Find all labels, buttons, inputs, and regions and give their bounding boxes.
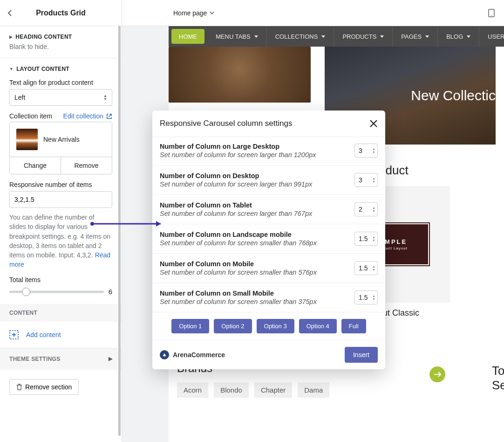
layout-content-label: LAYOUT CONTENT <box>16 66 69 72</box>
number-stepper-icon: ▲▼ <box>372 177 375 183</box>
edit-collection-text: Edit collection <box>63 112 103 120</box>
tablet-icon <box>488 9 495 17</box>
theme-settings-toggle[interactable]: THEME SETTINGS ▶ <box>0 348 122 370</box>
triangle-right-icon: ▶ <box>9 35 13 39</box>
brand-chip[interactable]: Chapter <box>254 382 292 398</box>
option-button[interactable]: Option 4 <box>299 319 337 333</box>
content-section-header: CONTENT <box>0 304 122 322</box>
modal-setting-row: Number of Column on Landscape mobile Set… <box>152 224 385 254</box>
layout-content-toggle[interactable]: ▼ LAYOUT CONTENT <box>9 66 112 72</box>
nav-blog[interactable]: BLOG <box>438 26 479 47</box>
total-items-label: Total items <box>9 276 112 283</box>
option-button[interactable]: Full <box>341 319 366 333</box>
total-items-slider[interactable] <box>9 287 104 297</box>
option-button[interactable]: Option 2 <box>214 319 252 333</box>
column-count-value: 3 <box>359 176 362 184</box>
number-stepper-icon: ▲▼ <box>372 235 375 242</box>
carousel-next-fab[interactable] <box>429 366 445 382</box>
nav-home[interactable]: HOME <box>171 29 204 44</box>
column-count-input[interactable]: 3 ▲▼ <box>354 144 378 158</box>
setting-title: Number of Column on Small Mobile <box>160 290 349 297</box>
edit-collection-link[interactable]: Edit collection <box>63 112 112 120</box>
text-align-label: Text align for product content <box>9 79 112 86</box>
hero-text: New Collectic <box>411 88 496 104</box>
column-count-input[interactable]: 1.5 ▲▼ <box>354 290 378 304</box>
heading-content-label: HEADING CONTENT <box>15 34 72 40</box>
setting-title: Number of Column on Landscape mobile <box>160 231 349 238</box>
add-content-button[interactable]: Add content <box>0 322 122 348</box>
external-link-icon <box>106 113 112 119</box>
modal-options-row: Option 1Option 2Option 3Option 4Full <box>152 312 385 340</box>
collection-item-box: New Arrivals Change Remove <box>9 122 112 174</box>
nav-pages[interactable]: PAGES <box>393 26 438 47</box>
remove-section-button[interactable]: Remove section <box>9 379 79 395</box>
chevron-left-icon <box>7 10 12 16</box>
collection-name: New Arrivals <box>43 136 80 143</box>
column-count-value: 1.5 <box>359 264 368 272</box>
chevron-down-icon <box>210 11 214 15</box>
close-icon <box>369 119 378 128</box>
brand-chip[interactable]: Acorn <box>177 382 208 398</box>
setting-subtitle: Set number of column for screen smaller … <box>160 239 349 247</box>
nav-collections[interactable]: COLLECTIONS <box>267 26 334 47</box>
column-count-input[interactable]: 3 ▲▼ <box>354 173 378 187</box>
setting-subtitle: Set number of column for screen smaller … <box>160 269 349 276</box>
setting-title: Number of Column on Large Desktop <box>160 143 349 150</box>
brand-chip[interactable]: Blondo <box>214 382 249 398</box>
number-stepper-icon: ▲▼ <box>372 147 375 154</box>
sidebar-scrollbar[interactable] <box>118 0 122 442</box>
device-toggle[interactable] <box>488 9 495 17</box>
nav-products[interactable]: PRODUCTS <box>334 26 393 47</box>
remove-section-label: Remove section <box>25 383 72 391</box>
column-count-input[interactable]: 2 ▲▼ <box>354 202 378 216</box>
number-stepper-icon: ▲▼ <box>372 206 375 213</box>
brand-name: ArenaCommerce <box>173 351 225 359</box>
setting-title: Number of Column on Mobile <box>160 260 349 268</box>
sidebar-body: ▶ HEADING CONTENT Blank to hide. ▼ LAYOU… <box>0 26 122 442</box>
modal-setting-row: Number of Column on Small Mobile Set num… <box>152 283 385 312</box>
collection-thumbnail <box>16 129 38 150</box>
preview-header: Home page <box>122 0 504 26</box>
sidebar-header: Products Grid <box>0 0 122 26</box>
brand-chip[interactable]: Dama <box>298 382 329 398</box>
modal-setting-row: Number of Column on Desktop Set number o… <box>152 166 385 195</box>
page-name: Home page <box>173 9 207 17</box>
heading-content-hint: Blank to hide. <box>9 43 112 50</box>
page-selector[interactable]: Home page <box>173 9 214 17</box>
column-count-input[interactable]: 1.5 ▲▼ <box>354 232 378 246</box>
setting-subtitle: Set number of column for screen smaller … <box>160 298 349 305</box>
modal-setting-row: Number of Column on Large Desktop Set nu… <box>152 137 385 166</box>
column-count-input[interactable]: 1.5 ▲▼ <box>354 261 378 275</box>
setting-subtitle: Set number of column for screen larger t… <box>160 180 349 188</box>
column-count-value: 3 <box>359 147 362 154</box>
add-content-label: Add content <box>26 331 61 338</box>
site-nav: HOME MENU TABS COLLECTIONS PRODUCTS PAGE… <box>169 26 504 47</box>
select-stepper-icon: ▲▼ <box>103 94 107 101</box>
column-count-value: 1.5 <box>359 294 368 301</box>
responsive-items-input[interactable] <box>9 191 112 208</box>
top-seller-title: Top Seller <box>492 364 504 398</box>
text-align-select[interactable]: Left ▲▼ <box>9 89 112 106</box>
option-button[interactable]: Option 1 <box>171 319 209 333</box>
number-stepper-icon: ▲▼ <box>372 294 375 301</box>
modal-brand[interactable]: ArenaCommerce <box>160 350 225 359</box>
heading-content-toggle[interactable]: ▶ HEADING CONTENT <box>9 34 112 40</box>
change-button[interactable]: Change <box>10 157 61 174</box>
arrow-right-icon <box>434 372 441 377</box>
modal-setting-row: Number of Column on Tablet Set number of… <box>152 195 385 224</box>
back-button[interactable] <box>7 10 19 16</box>
number-stepper-icon: ▲▼ <box>372 265 375 271</box>
collection-item-label: Collection item <box>9 112 52 120</box>
nav-menu-tabs[interactable]: MENU TABS <box>207 26 267 47</box>
settings-sidebar: Products Grid ▶ HEADING CONTENT Blank to… <box>0 0 122 442</box>
nav-user[interactable]: USER <box>479 26 504 47</box>
modal-title: Responsive Carousel column settings <box>160 119 292 128</box>
brand-logo-icon <box>160 350 169 359</box>
responsive-help-text: You can define the number of slides to d… <box>9 213 112 269</box>
remove-button[interactable]: Remove <box>61 157 112 174</box>
modal-close-button[interactable] <box>369 119 378 128</box>
svg-point-2 <box>491 15 492 16</box>
insert-button[interactable]: Insert <box>345 347 378 363</box>
option-button[interactable]: Option 3 <box>257 319 294 333</box>
setting-title: Number of Column on Tablet <box>160 201 349 209</box>
